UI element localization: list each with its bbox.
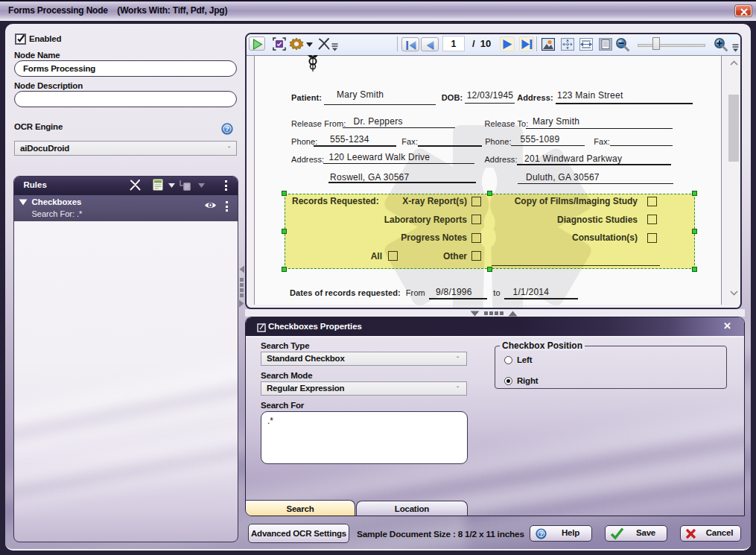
svg-text:?: ? <box>539 530 543 538</box>
svg-text:?: ? <box>225 124 229 133</box>
